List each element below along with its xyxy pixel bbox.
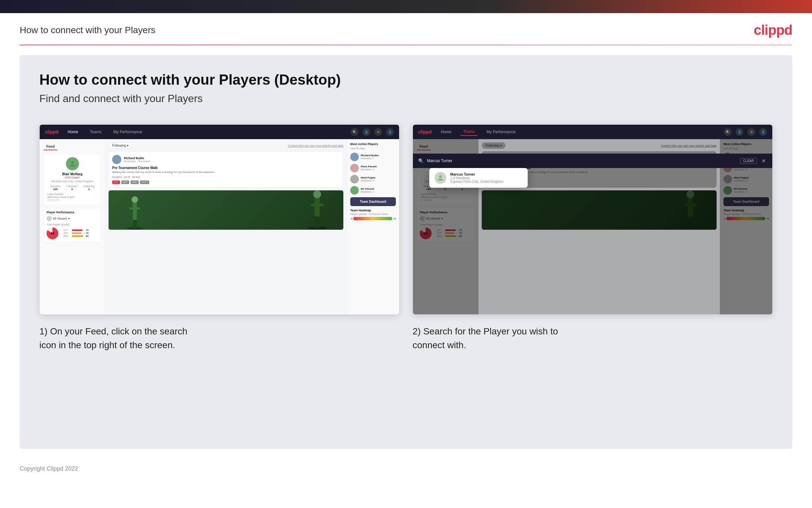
search-result-item[interactable]: Marcus Turner 1-5 Handicap Cypress Point…: [429, 168, 528, 188]
screenshot-2-block: clippd Home Teams My Performance 🔍 👤 ⚙ 👤: [413, 124, 773, 352]
duration-label-1: Duration: [112, 176, 122, 178]
activity-card-1: Richard Butler Yesterday · The Grove Pre…: [108, 151, 343, 188]
heatmap-subtitle-1: Player Quality · 20 Round Trend: [350, 213, 396, 216]
nav-home-2[interactable]: Home: [438, 128, 454, 135]
avatar-icon-1[interactable]: 👤: [386, 128, 394, 136]
svg-rect-6: [317, 217, 319, 228]
perf-title-1: Player Performance: [47, 211, 98, 214]
screenshot-1-block: clippd Home Teams My Performance 🔍 👤 ⚙ 👤: [39, 124, 399, 352]
search-close-button[interactable]: ✕: [760, 157, 767, 165]
activity-image-1: [108, 190, 343, 230]
instruction-2: 2) Search for the Player you wish toconn…: [413, 325, 773, 352]
hero-title: How to connect with your Players (Deskto…: [39, 72, 773, 88]
top-bar: [0, 0, 812, 13]
player-info-piers: Piers Parnell Activities: 4: [361, 165, 377, 171]
search-bar-overlay: 🔍 Marcus Turner CLEAR ✕: [413, 154, 772, 168]
app-screenshot-1: clippd Home Teams My Performance 🔍 👤 ⚙ 👤: [39, 124, 399, 315]
search-input-mock[interactable]: Marcus Turner: [427, 159, 737, 163]
active-player-eli: Eli Vincent Activities: 1: [350, 186, 396, 195]
activity-tags-1: OTT APP ARG PUTT: [112, 180, 340, 184]
app-body-2: Feed Blair McHarg Golf Coach Mill Ride G…: [413, 139, 772, 314]
activity-avatar-1: [112, 155, 121, 164]
activities-label-1: Activities: [50, 185, 61, 188]
right-panel-1: Most Active Players Last 30 days Richard…: [347, 139, 399, 314]
quality-label-1: Total Player Quality: [47, 223, 98, 226]
control-link-1[interactable]: Control who can see your activity and da…: [288, 144, 343, 147]
svg-point-0: [71, 161, 74, 164]
app-nav-2: clippd Home Teams My Performance 🔍 👤 ⚙ 👤: [413, 125, 772, 139]
user-role-1: Golf Coach: [47, 176, 97, 179]
player-name-hiral: Hiral Pujara: [361, 176, 375, 179]
page-title: How to connect with your Players: [20, 25, 155, 35]
player-info-eli: Eli Vincent Activities: 1: [361, 187, 374, 193]
settings-icon-1[interactable]: ⚙: [374, 128, 382, 136]
latest-activity-1: Latest Activity Afternoon round of golf …: [47, 193, 97, 202]
people-icon-2[interactable]: 👤: [735, 128, 744, 136]
player-info-hiral: Hiral Pujara Activities: 3: [361, 176, 375, 182]
svg-point-3: [313, 190, 321, 198]
left-panel-1: Feed Blair McHarg Golf Coach: [40, 139, 105, 314]
user-club-1: Mill Ride Golf Club, United Kingdom: [47, 180, 97, 183]
settings-icon-2[interactable]: ⚙: [748, 128, 755, 136]
copyright-text: Copyright Clippd 2022: [20, 465, 78, 472]
svg-rect-2: [315, 197, 320, 217]
svg-rect-10: [130, 207, 140, 209]
activity-stats-1: Duration 02 hr : 00 min: [112, 176, 340, 178]
activity-title-1: Pre Tournament Course Walk: [112, 166, 340, 170]
nav-home-1[interactable]: Home: [65, 128, 81, 135]
main-content: How to connect with your Players (Deskto…: [20, 55, 792, 449]
user-name-1: Blair McHarg: [47, 172, 97, 176]
team-heatmap-1: Team Heatmap Player Quality · 20 Round T…: [350, 209, 396, 220]
activity-date-1: Yesterday · The Grove: [124, 160, 150, 163]
most-active-subtitle-1: Last 30 days: [350, 147, 396, 150]
latest-text-1: Afternoon round of golf: [47, 196, 74, 199]
svg-rect-12: [135, 220, 137, 229]
nav-my-performance-1[interactable]: My Performance: [111, 128, 145, 135]
player-acts-richard: Activities: 7: [361, 157, 379, 160]
activities-value-1: 129: [50, 188, 61, 190]
most-active-title-1: Most Active Players: [350, 142, 396, 146]
app-body-1: Feed Blair McHarg Golf Coach: [40, 139, 399, 314]
svg-rect-11: [134, 220, 135, 229]
following-value-1: 4: [83, 188, 94, 190]
nav-teams-1[interactable]: Teams: [87, 128, 104, 135]
search-result-name: Marcus Turner: [450, 172, 504, 176]
nav-teams-2[interactable]: Teams: [461, 128, 477, 136]
tag-app-1: APP: [121, 180, 129, 184]
player-acts-hiral: Activities: 3: [361, 179, 375, 182]
followers-label-1: Followers: [66, 185, 78, 188]
search-result-handicap: 1-5 Handicap: [450, 176, 504, 180]
nav-my-performance-2[interactable]: My Performance: [484, 128, 518, 135]
instruction-text-2: 2) Search for the Player you wish toconn…: [413, 326, 558, 350]
active-player-hiral: Hiral Pujara Activities: 3: [350, 175, 396, 183]
svg-rect-8: [133, 202, 137, 220]
activity-user-name-1: Richard Butler: [124, 157, 150, 160]
activity-desc-1: Walking the course with my coach to buil…: [112, 171, 340, 174]
following-row-1: Following ▾ Control who can see your act…: [108, 142, 343, 149]
following-button-1[interactable]: Following ▾: [108, 142, 132, 149]
selected-player-1: Eli Vincent: [53, 217, 67, 220]
dropdown-arrow-1[interactable]: ▾: [68, 217, 70, 220]
search-icon-overlay: 🔍: [418, 158, 424, 163]
svg-rect-5: [315, 217, 317, 228]
search-icon-1[interactable]: 🔍: [350, 128, 359, 136]
user-avatar-1: [66, 157, 79, 170]
app-logo-2: clippd: [418, 129, 432, 134]
search-icon-2[interactable]: 🔍: [724, 128, 732, 136]
svg-rect-4: [311, 204, 324, 206]
avatar-icon-2[interactable]: 👤: [759, 128, 767, 136]
user-card-1: Blair McHarg Golf Coach Mill Ride Golf C…: [44, 154, 101, 205]
footer: Copyright Clippd 2022: [0, 459, 812, 479]
feed-tab-1[interactable]: Feed: [44, 143, 57, 150]
active-player-richard: Richard Butler Activities: 7: [350, 153, 396, 161]
player-acts-piers: Activities: 4: [361, 168, 377, 171]
clear-button[interactable]: CLEAR: [740, 158, 757, 164]
player-avatar-hiral: [350, 175, 359, 183]
team-dashboard-button-1[interactable]: Team Dashboard: [350, 197, 396, 206]
followers-value-1: 3: [66, 188, 78, 190]
middle-feed-1: Following ▾ Control who can see your act…: [105, 139, 347, 314]
latest-label-1: Latest Activity: [47, 193, 63, 196]
player-avatar-richard: [350, 153, 359, 161]
player-select-1[interactable]: Eli Vincent ▾: [47, 216, 98, 221]
people-icon-1[interactable]: 👤: [363, 128, 370, 136]
